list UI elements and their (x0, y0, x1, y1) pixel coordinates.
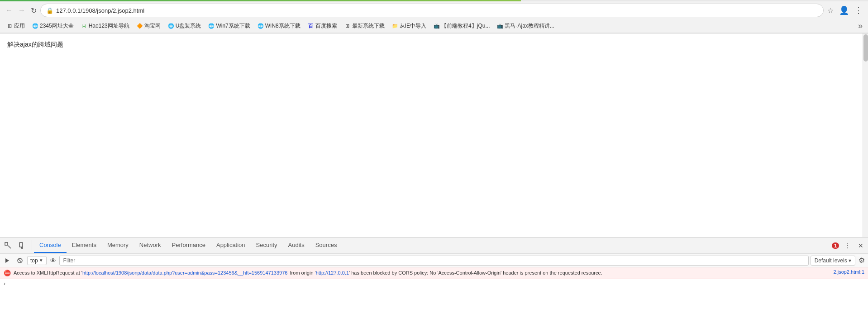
bookmark-star-button[interactable]: ☆ (825, 5, 835, 17)
page-title: 解决ajax的跨域问题 (7, 41, 63, 48)
address-bar[interactable]: 🔒 127.0.0.1/1908/jsonp/2.jsop2.html (40, 4, 824, 17)
bookmark-baidu[interactable]: 百 百度搜索 (305, 21, 340, 31)
navigation-bar: ← → ↻ 🔒 127.0.0.1/1908/jsonp/2.jsop2.htm… (0, 1, 868, 19)
profile-button[interactable]: 👤 (837, 4, 851, 17)
browser-menu-button[interactable]: ⋮ (853, 4, 864, 17)
bookmark-label: Win7系统下载 (216, 22, 250, 30)
bookmarks-more-button[interactable]: » (856, 20, 864, 32)
bookmark-latest[interactable]: ⊞ 最新系统下载 (342, 21, 387, 31)
baidu-icon: 百 (308, 23, 314, 29)
bookmark-frontend[interactable]: 📺 【前端教程4】jQu... (431, 21, 492, 31)
hao123-icon: H (81, 23, 87, 29)
taobao-icon: 🔶 (137, 23, 143, 29)
bookmark-label: 黑马-Ajax教程精讲... (505, 22, 554, 30)
browser-chrome: ← → ↻ 🔒 127.0.0.1/1908/jsonp/2.jsop2.htm… (0, 0, 868, 33)
page-content: 解决ajax的跨域问题 (0, 33, 868, 56)
address-text: 127.0.0.1/1908/jsonp/2.jsop2.html (56, 7, 818, 14)
bookmark-taobao[interactable]: 🔶 淘宝网 (134, 21, 163, 31)
progress-bar (0, 0, 868, 1)
bookmarks-bar: ⊞ 应用 🌐 2345网址大全 H Hao123网址导航 🔶 淘宝网 🌐 U盘装… (0, 19, 868, 33)
bookmark-ajax[interactable]: 📺 黑马-Ajax教程精讲... (494, 21, 557, 31)
bookmark-ie-import[interactable]: 📁 从IE中导入 (389, 21, 429, 31)
bookmark-label: 【前端教程4】jQu... (441, 22, 490, 30)
bookmark-apps[interactable]: ⊞ 应用 (4, 21, 28, 31)
frontend-icon: 📺 (434, 23, 440, 29)
scrollbar-thumb (863, 34, 868, 62)
bookmark-hao123[interactable]: H Hao123网址导航 (78, 21, 132, 31)
page-scrollbar[interactable] (863, 33, 868, 238)
bookmark-label: 百度搜索 (315, 22, 337, 30)
bookmark-label: Hao123网址导航 (89, 22, 129, 30)
bookmark-label: WIN8系统下载 (265, 22, 300, 30)
bookmark-2345[interactable]: 🌐 2345网址大全 (29, 21, 76, 31)
bookmark-label: 应用 (14, 22, 25, 30)
bookmark-label: 从IE中导入 (400, 22, 426, 30)
udisk-icon: 🌐 (168, 23, 174, 29)
latest-icon: ⊞ (344, 23, 351, 29)
devtools-panel: Console Elements Memory Network Performa… (0, 237, 868, 238)
reload-button[interactable]: ↻ (29, 5, 38, 17)
win7-icon: 🌐 (208, 23, 215, 29)
lock-icon: 🔒 (46, 7, 53, 14)
page-viewport: 解决ajax的跨域问题 (0, 33, 868, 238)
bookmark-udisk[interactable]: 🌐 U盘装系统 (165, 21, 204, 31)
bookmark-label: 2345网址大全 (40, 22, 74, 30)
bookmark-label: U盘装系统 (176, 22, 201, 30)
bookmark-win7[interactable]: 🌐 Win7系统下载 (205, 21, 253, 31)
apps-icon: ⊞ (6, 23, 13, 29)
back-button[interactable]: ← (4, 5, 14, 16)
ie-icon: 📁 (392, 23, 398, 29)
forward-button[interactable]: → (16, 5, 27, 16)
win8-icon: 🌐 (258, 23, 264, 29)
ajax-icon: 📺 (497, 23, 503, 29)
bookmark-label: 最新系统下载 (352, 22, 385, 30)
bookmark-label: 淘宝网 (144, 22, 161, 30)
globe-icon: 🌐 (32, 23, 38, 29)
progress-bar-fill (0, 0, 521, 1)
bookmark-win8[interactable]: 🌐 WIN8系统下载 (255, 21, 303, 31)
